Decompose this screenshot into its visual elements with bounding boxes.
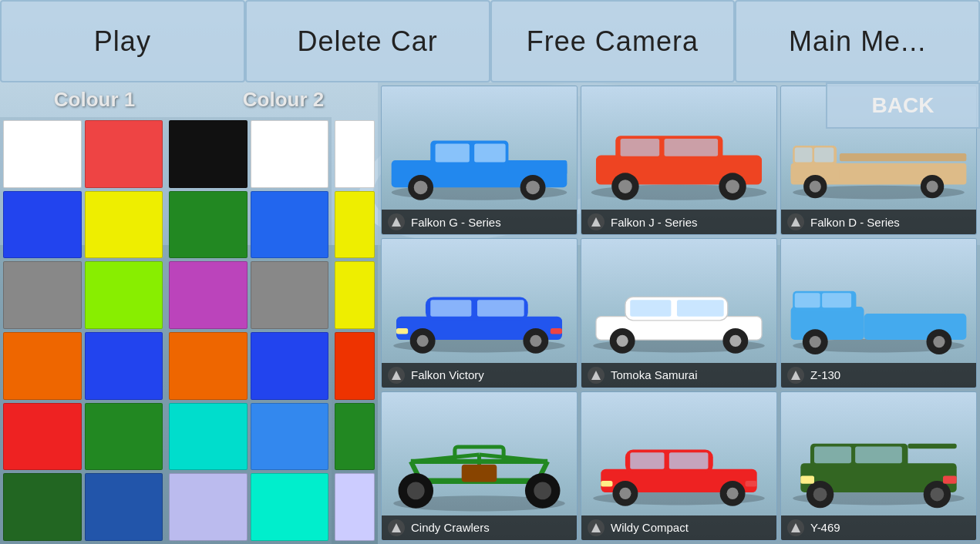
car-label-y-469: Y-469 (781, 515, 976, 540)
colour-cell-3-3[interactable] (335, 332, 375, 400)
car-card-falkon-j-series[interactable]: Falkon J - Series (581, 86, 777, 235)
colour-cell-1-9[interactable] (85, 403, 163, 471)
colour-headers: Colour 1 Colour 2 (0, 82, 378, 117)
svg-point-6 (414, 181, 428, 195)
main-menu-button[interactable]: Main Me... (735, 0, 980, 82)
car-selection-grid: Falkon G - Series Falkon J - Series (378, 82, 980, 544)
car-name-z-130: Z-130 (810, 368, 840, 381)
colour-cell-3-1[interactable] (335, 191, 375, 259)
svg-point-100 (813, 488, 827, 502)
svg-rect-43 (551, 327, 562, 334)
car-brand-icon-tomoka-samurai (588, 367, 605, 384)
svg-rect-27 (840, 153, 966, 161)
car-card-wildy-compact[interactable]: Wildy Compact (581, 391, 777, 541)
car-card-z-130[interactable]: Z-130 (780, 238, 977, 388)
back-button[interactable]: BACK (826, 82, 980, 129)
svg-rect-26 (814, 148, 834, 163)
colour-cell-2-6[interactable] (169, 332, 248, 400)
svg-point-64 (933, 336, 945, 348)
svg-rect-42 (396, 327, 408, 334)
colour-cell-1-0[interactable] (3, 120, 82, 188)
colour-cell-1-2[interactable] (3, 191, 82, 259)
svg-point-29 (810, 181, 821, 193)
car-name-falkon-d-series: Falkon D - Series (810, 216, 900, 229)
svg-point-62 (810, 336, 821, 348)
colour-cell-3-5[interactable] (335, 473, 375, 541)
colour-cell-1-5[interactable] (85, 261, 163, 329)
car-label-falkon-g-series: Falkon G - Series (382, 210, 577, 234)
colour-cell-2-5[interactable] (251, 261, 329, 329)
svg-rect-104 (943, 475, 957, 483)
colour-cell-2-4[interactable] (169, 261, 248, 329)
svg-rect-56 (791, 307, 864, 340)
svg-marker-92 (591, 523, 601, 532)
car-name-tomoka-samurai: Tomoka Samurai (611, 368, 698, 381)
svg-marker-44 (392, 371, 401, 380)
svg-point-19 (726, 180, 739, 193)
svg-point-41 (530, 334, 541, 346)
car-name-falkon-victory: Falkon Victory (411, 368, 484, 381)
svg-point-31 (926, 181, 938, 193)
car-card-falkon-g-series[interactable]: Falkon G - Series (381, 86, 578, 235)
colour-cell-2-2[interactable] (169, 191, 248, 259)
svg-marker-80 (392, 523, 401, 532)
car-label-wildy-compact: Wildy Compact (581, 515, 776, 540)
svg-point-87 (619, 488, 631, 499)
colour-cell-2-11[interactable] (251, 473, 329, 541)
svg-rect-57 (864, 313, 967, 339)
colour-cell-3-0[interactable] (335, 120, 375, 188)
colour-cell-2-8[interactable] (169, 403, 248, 471)
svg-rect-98 (908, 444, 956, 448)
colour-cell-2-3[interactable] (251, 191, 329, 259)
car-brand-icon-cindy-crawlers (388, 519, 405, 536)
car-name-falkon-j-series: Falkon J - Series (611, 216, 698, 229)
svg-marker-105 (791, 523, 800, 532)
svg-rect-90 (601, 481, 612, 487)
car-brand-icon-y-469 (787, 519, 804, 536)
colour-grid-1 (0, 117, 166, 544)
svg-rect-91 (746, 481, 757, 487)
colour2-header: Colour 2 (189, 82, 378, 117)
car-name-cindy-crawlers: Cindy Crawlers (411, 521, 490, 534)
colour-cell-1-6[interactable] (3, 332, 82, 400)
car-card-cindy-crawlers[interactable]: Cindy Crawlers (381, 391, 578, 541)
svg-rect-48 (630, 300, 671, 317)
car-card-tomoka-samurai[interactable]: Tomoka Samurai (581, 238, 777, 388)
svg-rect-97 (855, 447, 902, 464)
colour-cell-2-7[interactable] (251, 332, 329, 400)
colour-cell-2-10[interactable] (169, 473, 248, 541)
colour-cell-1-10[interactable] (3, 473, 82, 541)
delete-car-button[interactable]: Delete Car (245, 0, 490, 82)
colour-cell-1-11[interactable] (85, 473, 163, 541)
svg-marker-32 (791, 217, 800, 227)
car-label-falkon-j-series: Falkon J - Series (581, 210, 776, 234)
svg-point-17 (618, 180, 632, 193)
colour-cell-3-2[interactable] (335, 261, 375, 329)
car-label-tomoka-samurai: Tomoka Samurai (581, 363, 776, 388)
car-label-falkon-d-series: Falkon D - Series (781, 210, 976, 234)
svg-rect-25 (795, 148, 813, 163)
svg-marker-65 (791, 371, 800, 380)
free-camera-button[interactable]: Free Camera (490, 0, 736, 82)
car-label-z-130: Z-130 (781, 363, 976, 388)
svg-rect-14 (621, 139, 660, 156)
car-card-y-469[interactable]: Y-469 (780, 391, 977, 541)
colour-cell-1-3[interactable] (85, 191, 163, 259)
colour-cell-1-1[interactable] (85, 120, 163, 188)
colour-cell-2-1[interactable] (251, 120, 329, 188)
colour-cell-1-8[interactable] (3, 403, 82, 471)
car-brand-icon-falkon-j-series (588, 213, 605, 230)
colour-cell-2-0[interactable] (169, 120, 248, 188)
colour-cell-1-4[interactable] (3, 261, 82, 329)
car-card-falkon-victory[interactable]: Falkon Victory (381, 238, 578, 388)
svg-rect-9 (508, 160, 567, 175)
colour-cell-3-4[interactable] (335, 403, 375, 471)
colour-grid-2 (166, 117, 332, 544)
svg-marker-20 (591, 217, 601, 227)
colour-cell-1-7[interactable] (85, 332, 163, 400)
colour-cell-2-9[interactable] (251, 403, 329, 471)
car-brand-icon-falkon-d-series (787, 213, 804, 230)
car-label-cindy-crawlers: Cindy Crawlers (382, 515, 577, 540)
play-button[interactable]: Play (0, 0, 245, 82)
car-name-wildy-compact: Wildy Compact (611, 521, 689, 534)
